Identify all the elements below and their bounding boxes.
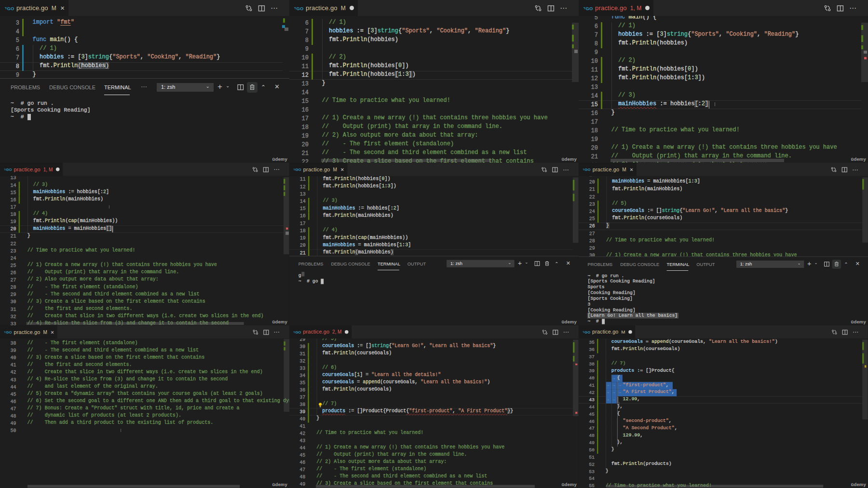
svg-text:GO: GO — [6, 167, 12, 172]
svg-text:GO: GO — [586, 5, 593, 11]
svg-text:GO: GO — [584, 167, 590, 172]
svg-text:GO: GO — [584, 330, 590, 335]
svg-text:GO: GO — [6, 330, 12, 335]
svg-text:GO: GO — [297, 5, 303, 11]
svg-text:GO: GO — [295, 167, 301, 172]
svg-text:GO: GO — [7, 5, 14, 11]
svg-text:GO: GO — [295, 330, 301, 335]
